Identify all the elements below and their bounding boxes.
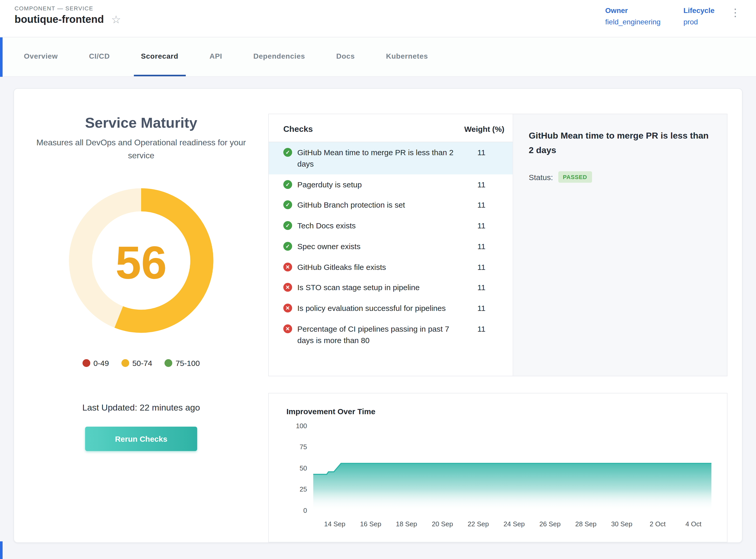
tab-overview[interactable]: Overview bbox=[17, 37, 65, 76]
area-chart-svg: 100755025014 Sep16 Sep18 Sep20 Sep22 Sep… bbox=[284, 419, 717, 536]
check-weight: 11 bbox=[463, 303, 504, 314]
check-detail-panel: GitHub Mean time to merge PR is less tha… bbox=[513, 114, 727, 376]
tab-docs[interactable]: Docs bbox=[329, 37, 362, 76]
check-label: Tech Docs exists bbox=[292, 220, 463, 231]
check-label: Percentage of CI pipelines passing in pa… bbox=[292, 323, 463, 346]
x-axis-tick-label: 20 Sep bbox=[432, 520, 453, 528]
check-label: Is policy evaluation successful for pipe… bbox=[292, 303, 463, 314]
breadcrumb: COMPONENT — SERVICE bbox=[15, 5, 121, 12]
page-title: boutique-frontend bbox=[15, 14, 104, 25]
check-weight: 11 bbox=[463, 282, 504, 293]
improvement-chart-card: Improvement Over Time 100755025014 Sep16… bbox=[268, 393, 728, 542]
weight-column-header: Weight (%) bbox=[463, 125, 504, 133]
check-label: GitHub Branch protection is set bbox=[292, 200, 463, 211]
kebab-menu-icon[interactable]: ⋮ bbox=[730, 6, 740, 37]
check-row[interactable]: ✓GitHub Branch protection is set11 bbox=[269, 195, 513, 216]
checks-section: Checks Weight (%) ✓GitHub Mean time to m… bbox=[268, 89, 742, 542]
lifecycle-block: Lifecycle prod bbox=[683, 6, 714, 37]
check-circle-icon: ✓ bbox=[283, 180, 292, 189]
page-header: COMPONENT — SERVICE boutique-frontend ☆ … bbox=[0, 0, 756, 37]
chart-title: Improvement Over Time bbox=[287, 407, 717, 416]
check-label: Pagerduty is setup bbox=[292, 179, 463, 190]
y-axis-tick-label: 50 bbox=[300, 465, 307, 472]
lifecycle-label: Lifecycle bbox=[683, 6, 714, 15]
check-weight: 11 bbox=[463, 323, 504, 346]
legend-item: 50-74 bbox=[121, 358, 152, 367]
check-weight: 11 bbox=[463, 241, 504, 252]
check-weight: 11 bbox=[463, 147, 504, 170]
area-fill bbox=[313, 463, 711, 511]
scorecard-subtitle: Measures all DevOps and Operational read… bbox=[29, 136, 253, 162]
legend-item: 0-49 bbox=[83, 358, 109, 367]
legend-label: 50-74 bbox=[132, 358, 152, 367]
header-left: COMPONENT — SERVICE boutique-frontend ☆ bbox=[15, 5, 121, 37]
check-label: Spec owner exists bbox=[292, 241, 463, 252]
legend-item: 75-100 bbox=[165, 358, 200, 367]
owner-link[interactable]: field_engineering bbox=[605, 18, 661, 26]
check-row[interactable]: ✕GitHub Gitleaks file exists11 bbox=[269, 257, 513, 277]
check-weight: 11 bbox=[463, 220, 504, 231]
check-circle-icon: ✓ bbox=[283, 221, 292, 230]
last-updated: Last Updated: 22 minutes ago bbox=[14, 403, 268, 413]
check-label: GitHub Mean time to merge PR is less tha… bbox=[292, 147, 463, 170]
x-circle-icon: ✕ bbox=[283, 304, 292, 312]
status-label: Status: bbox=[529, 173, 553, 181]
check-detail-title: GitHub Mean time to merge PR is less tha… bbox=[529, 129, 711, 158]
checks-panel: Checks Weight (%) ✓GitHub Mean time to m… bbox=[268, 114, 728, 376]
status-badge: PASSED bbox=[558, 171, 592, 183]
favorite-star-icon[interactable]: ☆ bbox=[111, 14, 121, 25]
x-axis-tick-label: 28 Sep bbox=[575, 520, 596, 528]
checks-list: Checks Weight (%) ✓GitHub Mean time to m… bbox=[269, 114, 513, 376]
y-axis-tick-label: 25 bbox=[300, 486, 307, 493]
x-axis-tick-label: 16 Sep bbox=[360, 520, 381, 528]
legend-dot-icon bbox=[165, 359, 173, 367]
legend-dot-icon bbox=[121, 359, 129, 367]
status-row: Status: PASSED bbox=[529, 171, 711, 183]
check-label: GitHub Gitleaks file exists bbox=[292, 261, 463, 273]
tab-scorecard[interactable]: Scorecard bbox=[134, 37, 185, 76]
main-content: Service Maturity Measures all DevOps and… bbox=[0, 77, 756, 554]
header-right: Owner field_engineering Lifecycle prod ⋮ bbox=[605, 5, 740, 37]
tab-ci-cd[interactable]: CI/CD bbox=[82, 37, 117, 76]
scorecard-title: Service Maturity bbox=[14, 115, 268, 131]
legend-label: 75-100 bbox=[176, 358, 200, 367]
score-donut-svg: 56 bbox=[66, 185, 216, 336]
rerun-checks-button[interactable]: Rerun Checks bbox=[85, 426, 197, 451]
lifecycle-value: prod bbox=[683, 18, 714, 26]
check-circle-icon: ✓ bbox=[283, 242, 292, 251]
checks-list-header: Checks Weight (%) bbox=[269, 114, 513, 142]
score-summary-panel: Service Maturity Measures all DevOps and… bbox=[14, 89, 268, 542]
check-row[interactable]: ✕Is policy evaluation successful for pip… bbox=[269, 298, 513, 319]
owner-label: Owner bbox=[605, 6, 661, 15]
score-value: 56 bbox=[115, 237, 167, 288]
y-axis-tick-label: 0 bbox=[303, 507, 307, 514]
app-window: COMPONENT — SERVICE boutique-frontend ☆ … bbox=[0, 0, 756, 559]
x-axis-tick-label: 26 Sep bbox=[540, 520, 560, 528]
tabs: OverviewCI/CDScorecardAPIDependenciesDoc… bbox=[0, 37, 756, 77]
y-axis-tick-label: 75 bbox=[300, 443, 307, 450]
y-axis-tick-label: 100 bbox=[296, 422, 307, 429]
score-donut: 56 bbox=[14, 185, 268, 338]
x-axis-tick-label: 22 Sep bbox=[467, 520, 489, 528]
check-row[interactable]: ✕Is STO scan stage setup in pipeline11 bbox=[269, 277, 513, 298]
check-circle-icon: ✓ bbox=[283, 201, 292, 209]
check-row[interactable]: ✓Pagerduty is setup11 bbox=[269, 174, 513, 195]
tab-api[interactable]: API bbox=[202, 37, 229, 76]
left-edge-accent-top bbox=[0, 37, 3, 77]
x-axis-tick-label: 14 Sep bbox=[324, 520, 345, 528]
check-row[interactable]: ✓GitHub Mean time to merge PR is less th… bbox=[269, 142, 513, 174]
check-row[interactable]: ✕Percentage of CI pipelines passing in p… bbox=[269, 319, 513, 351]
x-circle-icon: ✕ bbox=[283, 325, 292, 333]
check-weight: 11 bbox=[463, 261, 504, 273]
owner-block: Owner field_engineering bbox=[605, 6, 661, 37]
title-row: boutique-frontend ☆ bbox=[15, 14, 121, 25]
check-rows: ✓GitHub Mean time to merge PR is less th… bbox=[269, 142, 513, 351]
legend-dot-icon bbox=[83, 359, 90, 367]
check-row[interactable]: ✓Tech Docs exists11 bbox=[269, 216, 513, 236]
tab-kubernetes[interactable]: Kubernetes bbox=[379, 37, 435, 76]
x-axis-tick-label: 24 Sep bbox=[504, 520, 525, 528]
tab-dependencies[interactable]: Dependencies bbox=[246, 37, 312, 76]
x-axis-tick-label: 2 Oct bbox=[650, 520, 666, 528]
check-circle-icon: ✓ bbox=[283, 148, 292, 157]
check-row[interactable]: ✓Spec owner exists11 bbox=[269, 236, 513, 257]
